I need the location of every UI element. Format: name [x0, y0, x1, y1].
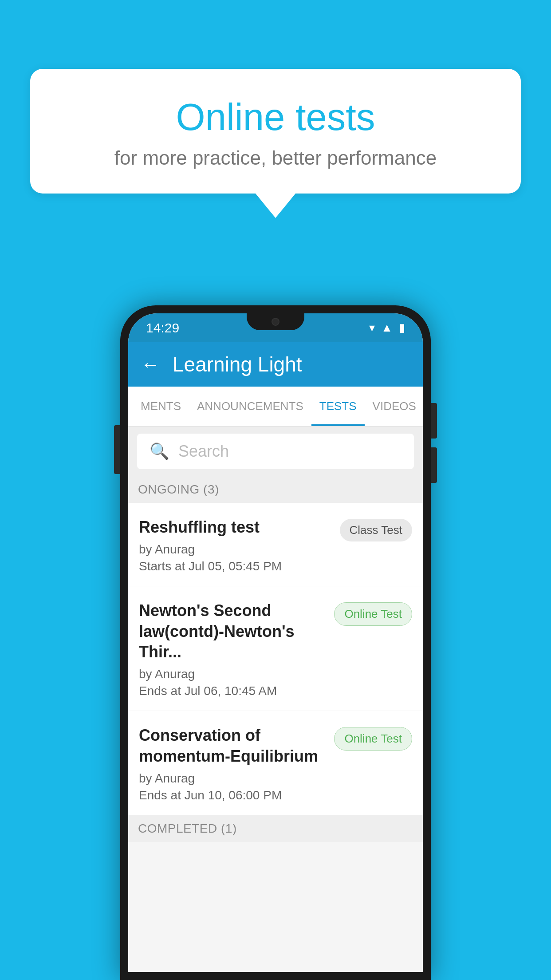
- tab-tests[interactable]: TESTS: [311, 387, 365, 426]
- test-info-1: Reshuffling test by Anurag Starts at Jul…: [139, 517, 333, 573]
- tab-announcements[interactable]: ANNOUNCEMENTS: [189, 387, 311, 426]
- speech-bubble-title: Online tests: [57, 95, 494, 139]
- test-date-2: Ends at Jul 06, 10:45 AM: [139, 684, 327, 698]
- search-container: 🔍 Search: [128, 427, 423, 476]
- phone-frame: 14:29 ▾ ▲ ▮ ← Learning Light MENTS ANNOU…: [120, 305, 431, 980]
- test-list: Reshuffling test by Anurag Starts at Jul…: [128, 503, 423, 815]
- speech-bubble-arrow: [256, 194, 295, 218]
- section-ongoing: ONGOING (3): [128, 476, 423, 503]
- signal-icon: ▲: [381, 321, 393, 335]
- status-bar: 14:29 ▾ ▲ ▮: [128, 313, 423, 342]
- app-bar: ← Learning Light: [128, 342, 423, 387]
- app-title: Learning Light: [173, 352, 302, 376]
- speech-bubble: Online tests for more practice, better p…: [30, 69, 521, 194]
- camera: [272, 318, 279, 326]
- test-title-3: Conservation of momentum-Equilibrium: [139, 725, 327, 767]
- test-title-2: Newton's Second law(contd)-Newton's Thir…: [139, 601, 327, 663]
- test-info-3: Conservation of momentum-Equilibrium by …: [139, 725, 327, 802]
- status-icons: ▾ ▲ ▮: [369, 321, 405, 335]
- power-button[interactable]: [114, 425, 120, 474]
- notch: [247, 313, 304, 330]
- volume-down-button[interactable]: [431, 447, 437, 483]
- phone-screen: 14:29 ▾ ▲ ▮ ← Learning Light MENTS ANNOU…: [128, 313, 423, 972]
- search-icon: 🔍: [150, 442, 169, 461]
- search-placeholder: Search: [178, 442, 229, 461]
- section-completed: COMPLETED (1): [128, 815, 423, 842]
- test-badge-1: Class Test: [340, 519, 412, 541]
- wifi-icon: ▾: [369, 321, 375, 335]
- tab-ments[interactable]: MENTS: [133, 387, 189, 426]
- test-item[interactable]: Conservation of momentum-Equilibrium by …: [128, 711, 423, 815]
- battery-icon: ▮: [399, 321, 405, 335]
- test-date-3: Ends at Jun 10, 06:00 PM: [139, 788, 327, 802]
- test-author-2: by Anurag: [139, 667, 327, 681]
- test-item[interactable]: Reshuffling test by Anurag Starts at Jul…: [128, 503, 423, 586]
- back-button[interactable]: ←: [141, 353, 160, 375]
- speech-bubble-subtitle: for more practice, better performance: [57, 147, 494, 169]
- test-author-3: by Anurag: [139, 771, 327, 786]
- tab-videos[interactable]: VIDEOS: [365, 387, 423, 426]
- test-info-2: Newton's Second law(contd)-Newton's Thir…: [139, 601, 327, 698]
- test-badge-2: Online Test: [334, 602, 412, 626]
- test-date-1: Starts at Jul 05, 05:45 PM: [139, 559, 333, 573]
- test-title-1: Reshuffling test: [139, 517, 333, 538]
- speech-bubble-container: Online tests for more practice, better p…: [30, 69, 521, 218]
- test-author-1: by Anurag: [139, 542, 333, 557]
- status-time: 14:29: [146, 320, 179, 336]
- test-badge-3: Online Test: [334, 727, 412, 751]
- test-item[interactable]: Newton's Second law(contd)-Newton's Thir…: [128, 586, 423, 711]
- tab-bar: MENTS ANNOUNCEMENTS TESTS VIDEOS: [128, 387, 423, 427]
- volume-up-button[interactable]: [431, 403, 437, 439]
- search-bar[interactable]: 🔍 Search: [137, 434, 414, 469]
